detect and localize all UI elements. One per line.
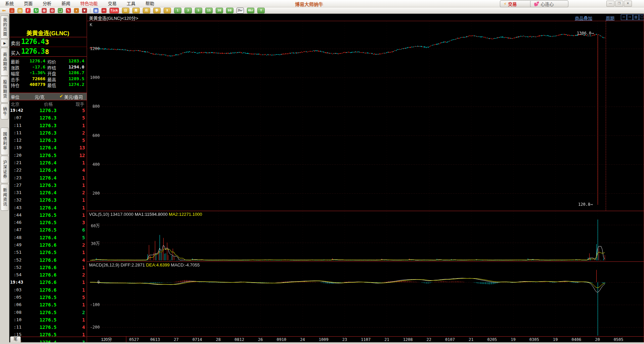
tick-row: :111276.54: [9, 325, 87, 332]
tick-cell: :27: [10, 183, 22, 188]
time-axis-label: 26: [258, 337, 263, 342]
tick-cell: 19:43: [10, 280, 22, 285]
minimize-button[interactable]: —: [606, 1, 614, 7]
period-button-月[interactable]: 月: [143, 8, 150, 13]
sidebar-tab-7[interactable]: 新闻资讯: [1, 184, 9, 211]
price-axis-label: 1000: [88, 75, 100, 80]
sidebar-tab-4[interactable]: 纳牛: [1, 103, 9, 119]
heart-link-button[interactable]: 💕 心连心: [530, 0, 568, 7]
period-button-周[interactable]: 周: [132, 8, 140, 13]
macd-pane[interactable]: MACD(26,12,9) DIFF:2.2871 DEA:4.6399 MAC…: [87, 261, 644, 336]
edit-icon[interactable]: ✎: [66, 8, 71, 13]
tick-cell: 1276.3: [39, 123, 57, 128]
tick-cell: 1: [70, 280, 85, 285]
sidebar-tab-3[interactable]: 股指期货: [1, 76, 9, 103]
sidebar-tab-5[interactable]: 国债利率: [1, 128, 9, 155]
maximize-chart-icon[interactable]: ☐: [639, 14, 644, 20]
next-contract-icon[interactable]: ⇨: [627, 14, 633, 20]
menu-6[interactable]: 工具: [122, 0, 140, 7]
candle-pane[interactable]: K 12001000800600400200 1306.0→ 120.8→: [87, 21, 644, 210]
period-button-60[interactable]: 60: [226, 8, 233, 13]
zoom-in-icon[interactable]: ⊕: [42, 8, 47, 13]
split-view-icon[interactable]: ▥: [633, 14, 639, 20]
tick-cell: :23: [10, 175, 22, 180]
period-button-3[interactable]: 3: [184, 8, 192, 13]
zoom-out-icon[interactable]: ⊖: [50, 8, 55, 13]
period-button-1[interactable]: 1: [174, 8, 181, 13]
sidebar-tab-2[interactable]: 商品期货: [1, 48, 9, 76]
sidebar-tab-6[interactable]: 沪深证券: [1, 156, 9, 183]
period-button-Tick[interactable]: Tick: [110, 8, 119, 13]
menu-4[interactable]: 特色功能: [75, 0, 103, 7]
period-box[interactable]: 120分: [87, 337, 126, 343]
menu-2[interactable]: 分析: [38, 0, 56, 7]
tick-list[interactable]: 19:421276.35:071276.35:111276.31:111276.…: [9, 108, 87, 344]
tick-cell: 5: [70, 115, 85, 120]
time-axis-label: 22: [427, 337, 431, 342]
menu-0[interactable]: 系统: [0, 0, 19, 7]
tick-mode-tab[interactable]: 笔: [10, 336, 21, 343]
tick-row: :511276.51: [9, 250, 87, 257]
menu-7[interactable]: 帮助: [140, 0, 159, 7]
period-button-2hr[interactable]: 2hr: [237, 8, 244, 13]
ask-row[interactable]: 卖出 1276.4 3: [9, 38, 87, 47]
tick-row: :111276.32: [9, 130, 87, 138]
tick-cell: :52: [10, 257, 22, 262]
period-button-日[interactable]: 日: [122, 8, 129, 13]
stat: 幅度: [11, 70, 19, 77]
period-link[interactable]: 周期: [606, 15, 614, 21]
sidebar-tab-0[interactable]: 我的页面: [1, 15, 9, 39]
unit-option-ounce[interactable]: 美元/盎司: [64, 94, 83, 100]
time-axis-label: 21: [469, 337, 473, 342]
volume-pane[interactable]: VOL(5,10) 13417.0000 MA1:11594.8000 MA2:…: [87, 211, 644, 261]
time-axis-label: 1107: [361, 337, 371, 342]
candlestick-canvas[interactable]: [87, 21, 644, 210]
horn-icon[interactable]: ◖: [74, 8, 79, 13]
period-button-30[interactable]: 30: [216, 8, 223, 13]
quote-grid-icon[interactable]: ▦: [93, 8, 98, 13]
col-price: 价格: [44, 101, 53, 107]
trade-button[interactable]: ⚡ 交易: [500, 0, 531, 7]
home-icon[interactable]: ⌂: [9, 8, 14, 13]
layers-icon[interactable]: ❏: [58, 8, 63, 13]
period-button-X[interactable]: X: [164, 8, 171, 13]
tick-cell: 1276.4: [39, 175, 57, 181]
fin-icon[interactable]: F: [26, 8, 31, 13]
filter-icon[interactable]: ▼: [82, 8, 87, 13]
tick-cell: 13: [70, 145, 85, 150]
menu-items: 系统页面分析新闻特色功能交易工具帮助: [0, 0, 159, 7]
volume-canvas[interactable]: [87, 211, 644, 261]
prev-contract-icon[interactable]: ⇦: [621, 14, 627, 20]
overlay-link[interactable]: 商品叠加: [575, 15, 592, 21]
tick-cell: 1276.5: [39, 153, 57, 158]
maximize-button[interactable]: ❐: [615, 1, 623, 7]
tick-cell: :31: [10, 190, 22, 195]
period-button-季[interactable]: 季: [153, 8, 161, 13]
unit-option-gram[interactable]: 元/克: [35, 94, 45, 100]
quote-panel: 美黄金连(GLNC) 卖出 1276.4 3 买入 1276.3 8 最新127…: [9, 13, 87, 342]
bid-row[interactable]: 买入 1276.3 8: [9, 47, 87, 56]
sidebar-tab-1[interactable]: ▶: [1, 39, 9, 47]
menu-3[interactable]: 新闻: [56, 0, 75, 7]
tick-cell: :07: [10, 115, 22, 120]
back-icon[interactable]: ⬅: [1, 8, 6, 13]
macd-canvas[interactable]: [87, 262, 644, 336]
menu-5[interactable]: 交易: [103, 0, 122, 7]
close-button[interactable]: ✕: [624, 1, 632, 7]
refresh-icon[interactable]: ↻: [34, 8, 39, 13]
tick-cell: 12: [70, 153, 85, 158]
period-button-4hr[interactable]: 4hr: [247, 8, 254, 13]
price-axis-label: 800: [88, 104, 100, 109]
menu-1[interactable]: 页面: [19, 0, 38, 7]
period-button-5[interactable]: 5: [195, 8, 202, 13]
kline-icon[interactable]: ♒: [101, 8, 106, 13]
tick-cell: :19: [10, 145, 22, 150]
crosshair-line: [606, 21, 606, 210]
period-button-15[interactable]: 15: [205, 8, 213, 13]
tick-cell: :06: [10, 302, 22, 307]
stat: 1274.2: [60, 82, 84, 87]
period-button-Y[interactable]: Y: [257, 8, 265, 13]
page-setup-icon[interactable]: ▤: [17, 8, 23, 13]
time-axis-label: 19: [553, 337, 558, 342]
chart-header: 美黄金连(GLNC)<120分> 商品叠加 周期 ⇦ ⇨ ▥ ☐: [87, 14, 644, 21]
